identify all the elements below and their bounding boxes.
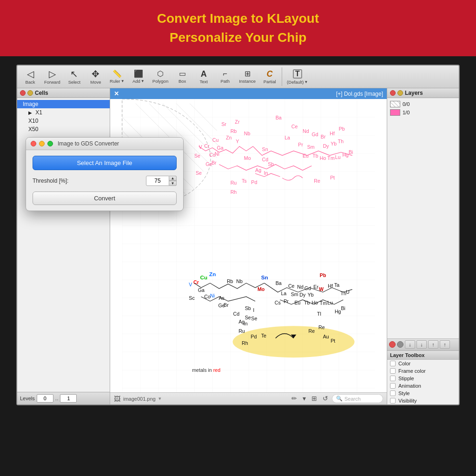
svg-text:Cr: Cr (204, 143, 210, 149)
svg-text:Rb: Rb (227, 278, 233, 284)
svg-text:Pb: Pb (339, 126, 345, 132)
dialog-min-btn[interactable] (39, 141, 45, 146)
levels-to-input[interactable] (60, 394, 77, 403)
toolbar-instance[interactable]: ⊞ Instance (236, 69, 258, 85)
toolbar-add[interactable]: ⬛ Add ▼ (128, 69, 149, 85)
default-icon: T (293, 69, 302, 79)
toolbox-check-visibility[interactable] (390, 398, 396, 403)
svg-text:Pb: Pb (320, 273, 326, 278)
svg-text:Pr: Pr (298, 142, 303, 147)
ruler-icon: 📏 (112, 70, 122, 78)
toolbox-frame-color[interactable]: Frame color (387, 367, 459, 375)
toolbox-check-animation[interactable] (390, 383, 396, 389)
threshold-input-wrap: ▲ ▼ (146, 176, 177, 186)
layer-item-1-0[interactable]: 1/0 (387, 108, 459, 117)
svg-text:Pd: Pd (251, 179, 257, 185)
toolbar-path[interactable]: ⌐ Path (215, 69, 235, 85)
toolbar-box[interactable]: ▭ Box (172, 69, 192, 85)
threshold-row: Threshold [%]: ▲ ▼ (33, 176, 177, 186)
toolbox-check-style[interactable] (390, 390, 396, 396)
toolbar-polygon[interactable]: ⬡ Polygon (150, 69, 171, 85)
svg-text:Se: Se (196, 170, 202, 176)
svg-text:Sc: Sc (189, 295, 195, 301)
refresh-icon[interactable]: ↺ (321, 394, 330, 403)
convert-button[interactable]: Convert (33, 192, 177, 205)
svg-text:La: La (281, 291, 286, 296)
threshold-input[interactable] (146, 176, 169, 186)
toolbox-check-color[interactable] (390, 361, 396, 366)
cells-item-x1[interactable]: ▶ X1 (17, 108, 110, 117)
layers-down-btn[interactable]: ↓ (405, 340, 415, 349)
cells-item-x10[interactable]: X10 (17, 117, 110, 125)
threshold-down-btn[interactable]: ▼ (169, 181, 177, 186)
svg-text:Ag: Ag (255, 167, 261, 173)
image-toolbar: 🖼 image001.png ▾ ✏ ▾ ⊞ ↺ 🔍 Search (110, 392, 387, 404)
svg-text:Sr: Sr (221, 121, 226, 127)
layers-min-nav-btn[interactable] (397, 341, 403, 348)
svg-text:Ru: Ru (231, 180, 237, 186)
toolbox-items: Color Frame color Stipple Animation Styl… (387, 360, 459, 404)
svg-text:Rh: Rh (242, 340, 248, 346)
layers-up-btn[interactable]: ↑ (428, 340, 438, 349)
svg-text:Hg: Hg (335, 309, 341, 314)
layers-min-btn[interactable] (397, 90, 403, 96)
svg-text:Eu: Eu (303, 153, 309, 159)
toolbar-partial[interactable]: C Partial (259, 68, 280, 86)
cells-item-x50[interactable]: X50 (17, 125, 110, 133)
svg-text:Nd: Nd (303, 128, 309, 134)
toolbar-move[interactable]: ✥ Move (86, 68, 106, 86)
layers-titlebar: Layers (387, 88, 459, 98)
select-file-button[interactable]: Select An Image File (33, 156, 177, 170)
edit-icon[interactable]: ✏ (290, 394, 299, 403)
svg-text:Se: Se (194, 153, 200, 159)
levels-from-input[interactable] (37, 394, 53, 403)
center-titlebar: ✕ [+] Dol.gds [Image] (110, 88, 387, 99)
converter-dialog: Image to GDS Converter Select An Image F… (26, 137, 184, 211)
svg-text:Zr: Zr (235, 119, 240, 125)
polygon-icon: ⬡ (157, 70, 164, 78)
svg-point-97 (233, 326, 355, 357)
layers-close-btn[interactable] (390, 90, 396, 96)
svg-text:Ce: Ce (288, 283, 295, 289)
svg-text:Tl: Tl (317, 311, 321, 317)
toolbar-back[interactable]: ◁ Back (20, 68, 40, 86)
center-close-btn[interactable]: ✕ (114, 90, 119, 97)
toolbar-forward[interactable]: ▷ Forward (41, 68, 63, 86)
layers-close-nav-btn[interactable] (389, 341, 396, 348)
toolbar-text[interactable]: A Text (193, 68, 214, 86)
toolbox-style[interactable]: Style (387, 390, 459, 397)
cells-min-btn[interactable] (27, 90, 33, 96)
dropdown-icon[interactable]: ▾ (301, 394, 308, 403)
toolbox-stipple[interactable]: Stipple (387, 375, 459, 382)
svg-text:Zn: Zn (209, 271, 216, 277)
toolbox-check-stipple[interactable] (390, 376, 396, 381)
image-toolbar-icons: ✏ ▾ ⊞ ↺ 🔍 Search (290, 394, 383, 403)
layers-up2-btn[interactable]: ↑ (440, 340, 450, 349)
svg-text:Ga: Ga (217, 145, 224, 151)
dialog-max-btn[interactable] (47, 141, 53, 146)
svg-text:Br: Br (224, 302, 229, 308)
cells-close-btn[interactable] (20, 90, 26, 96)
toolbar-default[interactable]: T (Default) ▼ (284, 68, 311, 86)
layers-down2-btn[interactable]: ↓ (416, 340, 427, 349)
toolbox-check-frame-color[interactable] (390, 368, 396, 374)
layers-nav-bar: ↓ ↓ ↑ ↑ (387, 338, 459, 350)
toolbox-animation[interactable]: Animation (387, 382, 459, 390)
svg-text:metals in red: metals in red (192, 368, 220, 373)
svg-text:Se: Se (251, 316, 257, 321)
svg-text:Pt: Pt (331, 338, 335, 344)
dialog-close-btn[interactable] (31, 141, 36, 146)
toolbar-ruler[interactable]: 📏 Ruler ▼ (107, 69, 127, 85)
levels-dots: .. (55, 395, 59, 402)
toolbar-select[interactable]: ↖ Select (64, 68, 85, 86)
svg-text:Tb: Tb (312, 153, 318, 159)
image-dropdown-arrow[interactable]: ▾ (159, 396, 161, 402)
cells-item-image[interactable]: Image (17, 100, 110, 108)
layer-item-0-0[interactable]: 0/0 (387, 100, 459, 108)
search-box[interactable]: 🔍 Search (332, 394, 383, 403)
threshold-label: Threshold [%]: (33, 178, 68, 184)
copy-icon[interactable]: ⊞ (310, 394, 319, 403)
toolbox-visibility[interactable]: Visibility (387, 397, 459, 404)
threshold-up-btn[interactable]: ▲ (169, 176, 177, 181)
toolbox-color[interactable]: Color (387, 360, 459, 367)
